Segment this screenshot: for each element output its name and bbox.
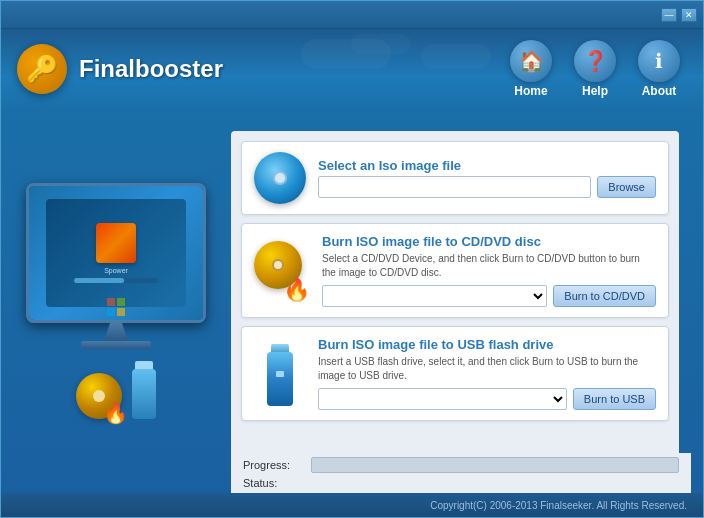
titlebar: — ✕: [1, 1, 703, 29]
iso-select-content: Select an Iso image file Browse: [318, 158, 656, 198]
app-title: Finalbooster: [79, 55, 223, 83]
nav-help[interactable]: ❓ Help: [567, 40, 623, 98]
usb-head: [271, 344, 289, 352]
browse-button[interactable]: Browse: [597, 176, 656, 198]
monitor-progress-fill: [74, 278, 124, 283]
burn-cd-row: Burn to CD/DVD: [322, 285, 656, 307]
right-content: Select an Iso image file Browse 🔥: [231, 109, 703, 493]
burn-cd-button[interactable]: Burn to CD/DVD: [553, 285, 656, 307]
usb-section-icon: [254, 344, 306, 404]
about-icon-circle: ℹ: [638, 40, 680, 82]
svg-rect-2: [107, 308, 115, 316]
usb-body: [132, 369, 156, 419]
burn-usb-title: Burn ISO image file to USB flash drive: [318, 337, 656, 352]
monitor-progress: [74, 278, 158, 283]
nav-about[interactable]: ℹ About: [631, 40, 687, 98]
monitor-image: [96, 223, 136, 263]
usb-decoration: [132, 361, 156, 419]
iso-select-section: Select an Iso image file Browse: [241, 141, 669, 215]
iso-file-input[interactable]: [318, 176, 591, 198]
about-label: About: [642, 84, 677, 98]
minimize-button[interactable]: —: [661, 8, 677, 22]
progress-row: Progress:: [243, 457, 679, 473]
iso-select-row: Browse: [318, 176, 656, 198]
logo-icon: 🔑: [17, 44, 67, 94]
usb-indicator: [276, 371, 284, 377]
cd-decoration: 🔥: [76, 373, 122, 419]
progress-label: Progress:: [243, 459, 303, 471]
header: 🔑 Finalbooster 🏠 Home ❓ Help ℹ About: [1, 29, 703, 109]
main-window: — ✕ 🔑 Finalbooster 🏠 Home ❓ Help ℹ: [0, 0, 704, 518]
windows-logo: [107, 298, 125, 316]
monitor-base: [81, 341, 151, 349]
home-icon-circle: 🏠: [510, 40, 552, 82]
usb-illustration: [254, 344, 306, 406]
burn-usb-row: Burn to USB: [318, 388, 656, 410]
dvd-inner: [272, 259, 284, 271]
monitor-text: Spower: [104, 267, 128, 274]
status-row: Status:: [243, 477, 679, 489]
help-icon-circle: ❓: [574, 40, 616, 82]
burn-usb-content: Burn ISO image file to USB flash drive I…: [318, 337, 656, 410]
burn-cd-section: 🔥 Burn ISO image file to CD/DVD disc Sel…: [241, 223, 669, 318]
monitor: Spower: [26, 183, 206, 323]
dvd-fire-icon: 🔥: [283, 279, 310, 301]
iso-disc-inner: [273, 171, 287, 185]
usb-connector-top: [135, 361, 153, 369]
usb-device-select[interactable]: [318, 388, 567, 410]
window-controls: — ✕: [661, 8, 697, 22]
copyright-text: Copyright(C) 2006-2013 Finalseeker. All …: [430, 500, 687, 511]
svg-rect-0: [107, 298, 115, 306]
burn-cd-title: Burn ISO image file to CD/DVD disc: [322, 234, 656, 249]
help-label: Help: [582, 84, 608, 98]
monitor-stand: [101, 323, 131, 341]
dvd-icon: 🔥: [254, 241, 310, 301]
usb-main-body: [267, 352, 293, 406]
bottom-decorations: 🔥: [76, 361, 156, 419]
svg-rect-3: [117, 308, 125, 316]
burn-usb-desc: Insert a USB flash drive, select it, and…: [318, 355, 656, 383]
main-area: Spower: [1, 109, 703, 493]
left-panel: Spower: [1, 109, 231, 493]
header-nav: 🏠 Home ❓ Help ℹ About: [503, 40, 687, 98]
burn-usb-section: Burn ISO image file to USB flash drive I…: [241, 326, 669, 421]
monitor-screen: Spower: [29, 186, 203, 320]
iso-disc-outer: [254, 152, 306, 204]
progress-bar-container: [311, 457, 679, 473]
iso-select-title: Select an Iso image file: [318, 158, 656, 173]
nav-home[interactable]: 🏠 Home: [503, 40, 559, 98]
status-label: Status:: [243, 477, 303, 489]
footer: Copyright(C) 2006-2013 Finalseeker. All …: [1, 493, 703, 517]
svg-rect-1: [117, 298, 125, 306]
burn-cd-desc: Select a CD/DVD Device, and then click B…: [322, 252, 656, 280]
monitor-illustration: Spower: [26, 183, 206, 353]
progress-area: Progress: Status:: [231, 453, 691, 493]
fire-decoration: 🔥: [103, 401, 128, 425]
iso-disc-icon: [254, 152, 306, 204]
home-label: Home: [514, 84, 547, 98]
monitor-content: Spower: [46, 199, 185, 306]
burn-cd-content: Burn ISO image file to CD/DVD disc Selec…: [322, 234, 656, 307]
close-button[interactable]: ✕: [681, 8, 697, 22]
sections-panel: Select an Iso image file Browse 🔥: [231, 131, 679, 453]
app-logo: 🔑 Finalbooster: [17, 44, 223, 94]
burn-usb-button[interactable]: Burn to USB: [573, 388, 656, 410]
cd-device-select[interactable]: [322, 285, 547, 307]
